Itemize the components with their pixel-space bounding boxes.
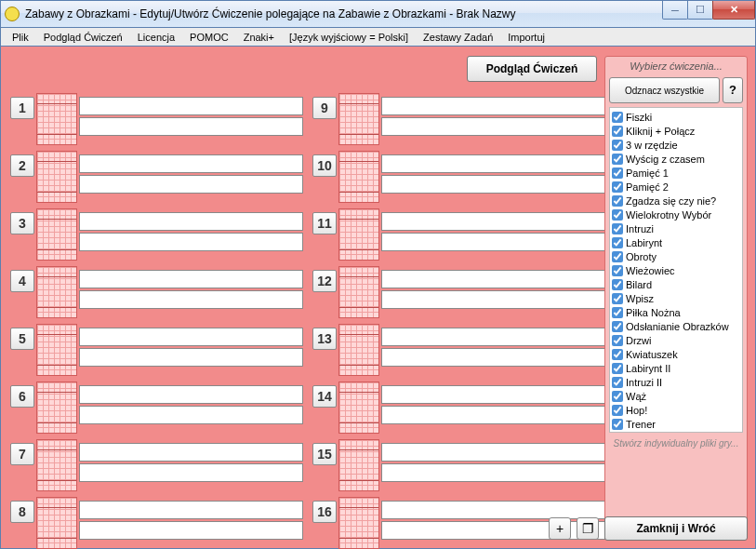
exercise-checkbox[interactable]: [612, 265, 623, 276]
row-number[interactable]: 4: [10, 270, 34, 292]
text-input-a[interactable]: [381, 328, 605, 346]
exercise-label[interactable]: Piłka Nożna: [626, 307, 681, 318]
text-input-b[interactable]: [381, 348, 605, 367]
image-thumbnail[interactable]: [338, 324, 379, 376]
exercise-label[interactable]: Bilard: [626, 279, 652, 290]
image-thumbnail[interactable]: [338, 382, 379, 434]
text-input-a[interactable]: [381, 154, 605, 173]
row-number[interactable]: 1: [10, 97, 34, 119]
image-thumbnail[interactable]: [36, 497, 77, 549]
help-button[interactable]: ?: [723, 77, 743, 103]
image-thumbnail[interactable]: [338, 439, 379, 491]
exercise-label[interactable]: Pamięć 2: [626, 181, 669, 193]
minimize-button[interactable]: ─: [662, 1, 688, 20]
exercise-checkbox[interactable]: [612, 154, 623, 165]
text-input-a[interactable]: [381, 97, 605, 115]
image-thumbnail[interactable]: [36, 324, 77, 376]
image-thumbnail[interactable]: [36, 382, 77, 434]
image-thumbnail[interactable]: [36, 439, 77, 491]
close-return-button[interactable]: Zamknij i Wróć: [604, 516, 748, 541]
menu-licencja[interactable]: Licencja: [130, 30, 182, 45]
text-input-b[interactable]: [381, 406, 605, 424]
exercise-checkbox[interactable]: [612, 363, 623, 374]
text-input-a[interactable]: [79, 501, 303, 519]
menu-znaki[interactable]: Znaki+: [236, 30, 282, 45]
exercise-label[interactable]: Labirynt II: [626, 363, 670, 374]
row-number[interactable]: 2: [10, 154, 34, 177]
text-input-a[interactable]: [381, 270, 605, 288]
exercise-label[interactable]: Zgadza się czy nie?: [626, 195, 716, 207]
text-input-b[interactable]: [79, 521, 303, 540]
image-thumbnail[interactable]: [338, 266, 379, 318]
exercise-label[interactable]: Intruzi: [626, 223, 654, 234]
add-button[interactable]: +: [549, 517, 571, 540]
exercise-checkbox[interactable]: [612, 391, 623, 402]
row-number[interactable]: 8: [10, 501, 34, 523]
row-number[interactable]: 10: [312, 154, 337, 177]
exercise-label[interactable]: Trener: [626, 419, 656, 430]
row-number[interactable]: 9: [312, 97, 337, 119]
exercise-checkbox[interactable]: [612, 181, 623, 193]
text-input-a[interactable]: [79, 443, 303, 462]
exercise-label[interactable]: Hop!: [626, 405, 647, 416]
text-input-b[interactable]: [381, 233, 605, 251]
text-input-b[interactable]: [381, 175, 605, 194]
close-button[interactable]: ✕: [712, 1, 755, 20]
exercise-checkbox[interactable]: [612, 126, 623, 137]
exercise-checkbox[interactable]: [612, 293, 623, 304]
preview-exercises-button[interactable]: Podgląd Ćwiczeń: [467, 56, 597, 82]
exercise-label[interactable]: Fiszki: [626, 112, 652, 123]
exercise-checkbox[interactable]: [612, 140, 623, 151]
exercise-checkbox[interactable]: [612, 209, 623, 221]
maximize-button[interactable]: ☐: [687, 1, 713, 20]
exercise-checkbox[interactable]: [612, 112, 623, 123]
exercise-checkbox[interactable]: [612, 279, 623, 290]
menu-zestawy[interactable]: Zestawy Zadań: [416, 30, 500, 45]
exercise-checkbox[interactable]: [612, 223, 623, 234]
image-thumbnail[interactable]: [36, 151, 77, 203]
row-number[interactable]: 15: [312, 443, 337, 465]
exercise-checkbox[interactable]: [612, 307, 623, 318]
exercise-label[interactable]: Drzwi: [626, 335, 652, 346]
menu-jezyk[interactable]: [Język wyjściowy = Polski]: [282, 30, 416, 45]
text-input-a[interactable]: [79, 270, 303, 288]
menu-importuj[interactable]: Importuj: [500, 30, 552, 45]
text-input-b[interactable]: [79, 233, 303, 251]
exercise-checkbox[interactable]: [612, 167, 623, 179]
text-input-a[interactable]: [381, 385, 605, 404]
row-number[interactable]: 5: [10, 328, 34, 350]
exercise-checkbox[interactable]: [612, 377, 623, 388]
image-thumbnail[interactable]: [338, 497, 379, 549]
exercise-label[interactable]: Intruzi II: [626, 377, 662, 388]
exercise-label[interactable]: Labirynt: [626, 237, 662, 248]
text-input-a[interactable]: [79, 97, 303, 115]
text-input-b[interactable]: [381, 290, 605, 309]
menu-plik[interactable]: Plik: [5, 30, 36, 45]
image-thumbnail[interactable]: [36, 266, 77, 318]
image-thumbnail[interactable]: [36, 93, 77, 145]
exercise-checkbox[interactable]: [612, 237, 623, 248]
row-number[interactable]: 7: [10, 443, 34, 465]
text-input-a[interactable]: [79, 328, 303, 346]
row-number[interactable]: 13: [312, 328, 337, 350]
row-number[interactable]: 11: [312, 212, 337, 234]
exercise-label[interactable]: Obroty: [626, 251, 657, 262]
menu-pomoc[interactable]: POMOC: [182, 30, 236, 45]
exercise-checkbox[interactable]: [612, 419, 623, 430]
exercise-checkbox[interactable]: [612, 349, 623, 360]
row-number[interactable]: 14: [312, 385, 337, 408]
exercise-label[interactable]: Kliknij + Połącz: [626, 126, 695, 137]
image-thumbnail[interactable]: [36, 208, 77, 261]
text-input-b[interactable]: [79, 348, 303, 367]
exercise-checkbox[interactable]: [612, 251, 623, 262]
text-input-b[interactable]: [381, 117, 605, 136]
text-input-a[interactable]: [381, 443, 605, 462]
exercise-label[interactable]: Wyścig z czasem: [626, 154, 705, 165]
row-number[interactable]: 3: [10, 212, 34, 234]
text-input-b[interactable]: [79, 117, 303, 136]
image-thumbnail[interactable]: [338, 151, 379, 203]
row-number[interactable]: 12: [312, 270, 337, 292]
duplicate-button[interactable]: ❐: [577, 517, 599, 540]
text-input-a[interactable]: [79, 154, 303, 173]
text-input-a[interactable]: [79, 212, 303, 231]
